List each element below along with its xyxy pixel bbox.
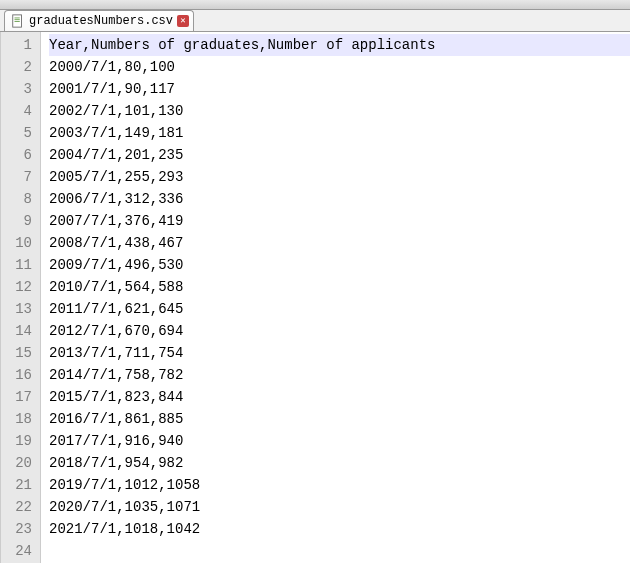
line-number: 11 (1, 254, 40, 276)
line-number: 12 (1, 276, 40, 298)
editor-area: 123456789101112131415161718192021222324 … (0, 32, 630, 563)
editor-line[interactable]: 2015/7/1,823,844 (49, 386, 630, 408)
editor-line[interactable]: 2014/7/1,758,782 (49, 364, 630, 386)
line-number: 15 (1, 342, 40, 364)
editor-line[interactable]: 2017/7/1,916,940 (49, 430, 630, 452)
svg-rect-2 (15, 19, 20, 20)
line-number: 21 (1, 474, 40, 496)
line-number-gutter: 123456789101112131415161718192021222324 (1, 32, 41, 563)
close-icon[interactable]: ✕ (177, 15, 189, 27)
line-number: 24 (1, 540, 40, 562)
editor-line[interactable]: 2019/7/1,1012,1058 (49, 474, 630, 496)
line-number: 3 (1, 78, 40, 100)
toolbar (0, 0, 630, 10)
editor-content[interactable]: Year,Numbers of graduates,Number of appl… (41, 32, 630, 563)
file-tab[interactable]: graduatesNumbers.csv ✕ (4, 10, 194, 31)
editor-line[interactable]: 2002/7/1,101,130 (49, 100, 630, 122)
editor-line[interactable]: 2004/7/1,201,235 (49, 144, 630, 166)
line-number: 17 (1, 386, 40, 408)
line-number: 22 (1, 496, 40, 518)
editor-line[interactable]: Year,Numbers of graduates,Number of appl… (49, 34, 630, 56)
editor-line[interactable]: 2016/7/1,861,885 (49, 408, 630, 430)
svg-rect-1 (15, 18, 20, 19)
line-number: 8 (1, 188, 40, 210)
editor-line[interactable]: 2000/7/1,80,100 (49, 56, 630, 78)
tab-filename: graduatesNumbers.csv (29, 14, 173, 28)
line-number: 7 (1, 166, 40, 188)
line-number: 1 (1, 34, 40, 56)
line-number: 9 (1, 210, 40, 232)
editor-line[interactable]: 2020/7/1,1035,1071 (49, 496, 630, 518)
line-number: 16 (1, 364, 40, 386)
line-number: 14 (1, 320, 40, 342)
line-number: 20 (1, 452, 40, 474)
line-number: 13 (1, 298, 40, 320)
editor-line[interactable]: 2008/7/1,438,467 (49, 232, 630, 254)
editor-line[interactable]: 2013/7/1,711,754 (49, 342, 630, 364)
editor-line[interactable]: 2006/7/1,312,336 (49, 188, 630, 210)
editor-line[interactable]: 2021/7/1,1018,1042 (49, 518, 630, 540)
editor-line[interactable]: 2011/7/1,621,645 (49, 298, 630, 320)
editor-line[interactable]: 2005/7/1,255,293 (49, 166, 630, 188)
editor-line[interactable]: 2009/7/1,496,530 (49, 254, 630, 276)
editor-line[interactable]: 2012/7/1,670,694 (49, 320, 630, 342)
line-number: 5 (1, 122, 40, 144)
editor-line[interactable]: 2003/7/1,149,181 (49, 122, 630, 144)
line-number: 2 (1, 56, 40, 78)
editor-line[interactable]: 2010/7/1,564,588 (49, 276, 630, 298)
line-number: 23 (1, 518, 40, 540)
editor-line[interactable]: 2001/7/1,90,117 (49, 78, 630, 100)
line-number: 4 (1, 100, 40, 122)
editor-line[interactable] (49, 540, 630, 562)
file-icon (11, 14, 25, 28)
tab-bar: graduatesNumbers.csv ✕ (0, 10, 630, 32)
editor-line[interactable]: 2007/7/1,376,419 (49, 210, 630, 232)
line-number: 10 (1, 232, 40, 254)
editor-line[interactable]: 2018/7/1,954,982 (49, 452, 630, 474)
svg-rect-3 (15, 21, 20, 22)
line-number: 19 (1, 430, 40, 452)
line-number: 6 (1, 144, 40, 166)
line-number: 18 (1, 408, 40, 430)
